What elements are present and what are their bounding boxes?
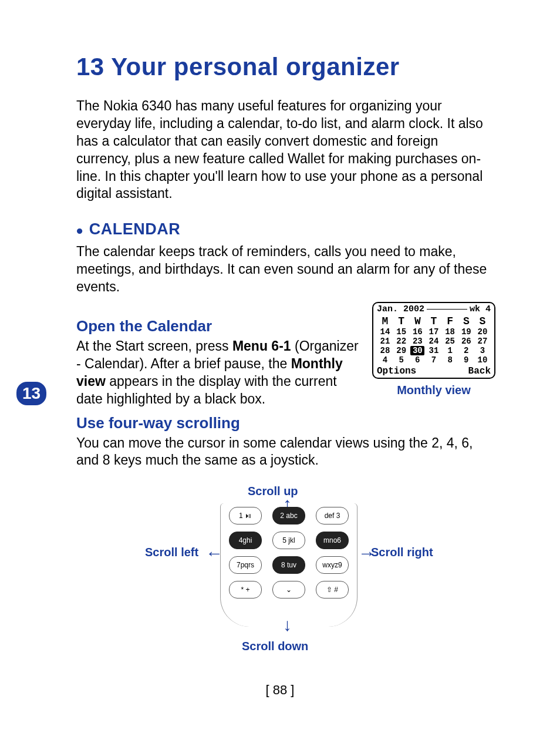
calendar-cell: 8 [443, 355, 457, 365]
key-6: mno6 [316, 532, 349, 549]
menu-ref: Menu 6-1 [232, 338, 291, 354]
calendar-cell: 2 [459, 346, 473, 355]
day-header: T [427, 315, 441, 327]
calendar-row: 4 5 6 7 8 9 10 [377, 355, 491, 365]
chapter-title-text: Your personal organizer [111, 53, 400, 80]
calendar-cell: 15 [394, 327, 409, 337]
day-header: S [475, 315, 490, 327]
calendar-row: 28 29 30 31 1 2 3 [377, 346, 491, 355]
label-scroll-right: Scroll right [371, 546, 433, 559]
phone-screen: Jan. 2002 wk 4 M T W T F S S 14 15 16 [372, 302, 495, 379]
open-calendar-text: At the Start screen, press Menu 6-1 (Org… [76, 338, 360, 408]
arrow-right-icon: → [358, 543, 376, 563]
key-7: 7pqrs [229, 556, 262, 574]
scrolling-text: You can move the cursor in some calendar… [76, 435, 495, 470]
calendar-row: 21 22 23 24 25 26 27 [377, 337, 491, 346]
calendar-cell: 27 [475, 337, 490, 346]
open-text-post: appears in the display with the current … [76, 374, 337, 406]
key-3: def 3 [316, 507, 349, 524]
calendar-cell: 6 [410, 355, 424, 365]
key-hash: ⇧ # [316, 581, 349, 598]
key-1: 1 ⏯ [229, 507, 262, 524]
calendar-cell: 9 [459, 355, 473, 365]
calendar-divider [427, 309, 467, 310]
calendar-cell: 4 [378, 355, 392, 365]
key-5: 5 jkl [272, 532, 305, 549]
key-4: 4ghi [229, 532, 262, 549]
calendar-cell: 23 [410, 337, 424, 346]
open-text-pre: At the Start screen, press [76, 338, 232, 354]
calendar-cell: 1 [443, 346, 457, 355]
section-heading-text: CALENDAR [89, 220, 181, 238]
day-header: T [394, 315, 409, 327]
calendar-cell: 25 [443, 337, 457, 346]
figure-caption: Monthly view [372, 384, 495, 397]
calendar-cell: 16 [410, 327, 424, 337]
open-calendar-block: Open the Calendar At the Start screen, p… [76, 302, 495, 408]
calendar-cell: 7 [427, 355, 441, 365]
calendar-cell: 17 [427, 327, 441, 337]
key-star: * + [229, 581, 262, 598]
day-header: S [459, 315, 473, 327]
softkey-left: Options [377, 366, 416, 376]
calendar-cell: 31 [427, 346, 441, 355]
manual-page: 13 13 Your personal organizer The Nokia … [0, 0, 560, 733]
calendar-cell: 22 [394, 337, 409, 346]
calendar-cell: 18 [443, 327, 457, 337]
page-number: [ 88 ] [0, 682, 560, 698]
chapter-number: 13 [76, 53, 104, 80]
key-9: wxyz9 [316, 556, 349, 574]
calendar-day-headers: M T W T F S S [377, 315, 491, 327]
label-scroll-down: Scroll down [242, 640, 308, 653]
calendar-cell: 26 [459, 337, 473, 346]
calendar-cell: 3 [475, 346, 490, 355]
keypad-figure: Scroll up Scroll down Scroll left Scroll… [124, 487, 447, 657]
calendar-cell: 5 [394, 355, 409, 365]
subheading-scrolling: Use four-way scrolling [76, 414, 495, 432]
chapter-title: 13 Your personal organizer [76, 53, 495, 81]
section-heading-calendar: •CALENDAR [76, 220, 495, 238]
section-text: The calendar keeps track of reminders, c… [76, 243, 495, 296]
calendar-cell: 28 [378, 346, 392, 355]
phone-keypad: 1 ⏯ 2 abc def 3 4ghi 5 jkl mno6 7pqrs 8 … [220, 503, 357, 627]
key-2: 2 abc [272, 507, 305, 524]
calendar-cell: 21 [378, 337, 392, 346]
day-header: F [443, 315, 457, 327]
calendar-cell: 29 [394, 346, 409, 355]
calendar-cell: 10 [475, 355, 490, 365]
calendar-cell: 24 [427, 337, 441, 346]
calendar-week: wk 4 [470, 304, 491, 314]
calendar-cell: 19 [459, 327, 473, 337]
subheading-open-calendar: Open the Calendar [76, 317, 360, 335]
day-header: W [410, 315, 424, 327]
key-8: 8 tuv [272, 556, 305, 574]
calendar-figure: Jan. 2002 wk 4 M T W T F S S 14 15 16 [372, 302, 495, 397]
key-0: ⌄ [272, 581, 305, 598]
calendar-cell-selected: 30 [410, 346, 424, 355]
calendar-row: 14 15 16 17 18 19 20 [377, 327, 491, 337]
softkey-right: Back [468, 366, 491, 376]
calendar-cell: 20 [475, 327, 490, 337]
chapter-tab: 13 [16, 382, 46, 405]
day-header: M [378, 315, 392, 327]
label-scroll-left: Scroll left [145, 546, 198, 559]
intro-paragraph: The Nokia 6340 has many useful features … [76, 97, 495, 203]
calendar-cell: 14 [378, 327, 392, 337]
calendar-month: Jan. 2002 [377, 304, 424, 314]
